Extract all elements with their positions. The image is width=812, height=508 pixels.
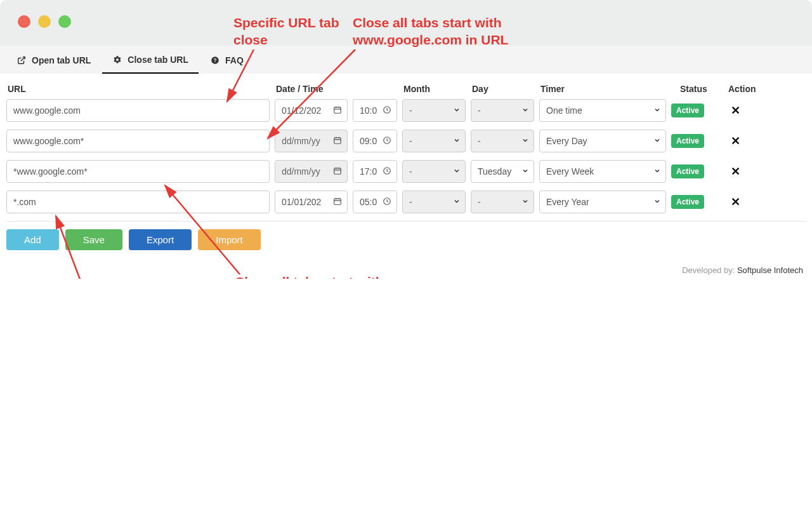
day-select[interactable]: - bbox=[471, 99, 534, 122]
add-button[interactable]: Add bbox=[6, 229, 59, 250]
url-input[interactable]: www.google.com bbox=[6, 99, 270, 122]
url-input[interactable]: *.com bbox=[6, 190, 270, 213]
table-row: www.google.com01/12/20210:0--One timeAct… bbox=[6, 99, 806, 122]
clock-icon bbox=[383, 197, 391, 208]
delete-button[interactable]: ✕ bbox=[727, 134, 765, 148]
svg-rect-13 bbox=[334, 168, 341, 173]
day-select[interactable]: Tuesday bbox=[471, 160, 534, 183]
col-datetime: Date / Time bbox=[276, 84, 398, 94]
calendar-icon bbox=[333, 197, 342, 208]
calendar-icon bbox=[333, 166, 342, 177]
time-input[interactable]: 09:0 bbox=[353, 130, 397, 152]
tab-label: Close tab URL bbox=[128, 55, 188, 65]
time-input[interactable]: 17:0 bbox=[353, 160, 397, 183]
tab-close-url[interactable]: Close tab URL bbox=[102, 46, 199, 74]
divider bbox=[6, 221, 806, 222]
day-select[interactable]: - bbox=[471, 190, 534, 213]
calendar-icon bbox=[333, 136, 342, 147]
month-select[interactable]: - bbox=[402, 99, 466, 122]
clock-icon bbox=[383, 105, 391, 116]
rows-container: www.google.com01/12/20210:0--One timeAct… bbox=[6, 99, 806, 213]
export-button[interactable]: Export bbox=[129, 229, 192, 250]
svg-text:?: ? bbox=[214, 58, 217, 64]
col-action: Action bbox=[728, 84, 766, 94]
delete-button[interactable]: ✕ bbox=[727, 104, 765, 117]
column-headers: URL Date / Time Month Day Timer Status A… bbox=[6, 84, 806, 99]
delete-button[interactable]: ✕ bbox=[727, 164, 765, 178]
timer-select[interactable]: Every Year bbox=[539, 190, 666, 213]
timer-select[interactable]: Every Day bbox=[539, 130, 666, 152]
footer-text: Developed by: bbox=[682, 265, 737, 275]
svg-rect-3 bbox=[334, 107, 341, 112]
tab-label: FAQ bbox=[225, 55, 244, 65]
table-row: www.google.com*dd/mm/yy09:0--Every DayAc… bbox=[6, 130, 806, 152]
month-select[interactable]: - bbox=[402, 160, 466, 183]
traffic-light-close[interactable] bbox=[18, 15, 30, 28]
month-select[interactable]: - bbox=[402, 190, 466, 213]
col-timer: Timer bbox=[540, 84, 667, 94]
calendar-icon bbox=[333, 105, 342, 116]
question-circle-icon: ? bbox=[210, 55, 220, 65]
tab-bar: Open tab URL Close tab URL ? FAQ bbox=[0, 46, 812, 74]
svg-rect-18 bbox=[334, 198, 341, 204]
day-select[interactable]: - bbox=[471, 130, 534, 152]
url-input[interactable]: www.google.com* bbox=[6, 130, 270, 152]
status-badge[interactable]: Active bbox=[671, 164, 704, 178]
svg-line-0 bbox=[21, 57, 25, 61]
clock-icon bbox=[383, 166, 391, 177]
tab-faq[interactable]: ? FAQ bbox=[200, 46, 254, 74]
date-input[interactable]: 01/12/202 bbox=[275, 99, 348, 122]
import-button[interactable]: Import bbox=[198, 229, 261, 250]
col-status: Status bbox=[672, 84, 723, 94]
svg-rect-8 bbox=[334, 137, 341, 143]
time-input[interactable]: 05:0 bbox=[353, 190, 397, 213]
date-input[interactable]: dd/mm/yy bbox=[275, 160, 348, 183]
window-titlebar bbox=[0, 0, 812, 46]
footer: Developed by: Softpulse Infotech bbox=[0, 262, 812, 279]
url-input[interactable]: *www.google.com* bbox=[6, 160, 270, 183]
time-input[interactable]: 10:0 bbox=[353, 99, 397, 122]
timer-select[interactable]: One time bbox=[539, 99, 666, 122]
col-month: Month bbox=[403, 84, 467, 94]
tab-label: Open tab URL bbox=[32, 55, 91, 65]
month-select[interactable]: - bbox=[402, 130, 466, 152]
clock-icon bbox=[383, 136, 391, 147]
gear-icon bbox=[112, 55, 122, 65]
traffic-light-fullscreen[interactable] bbox=[58, 15, 71, 28]
traffic-light-minimize[interactable] bbox=[38, 15, 51, 28]
tab-open-url[interactable]: Open tab URL bbox=[6, 46, 101, 74]
external-link-icon bbox=[16, 55, 27, 65]
timer-select[interactable]: Every Week bbox=[539, 160, 666, 183]
footer-link[interactable]: Softpulse Infotech bbox=[737, 265, 803, 275]
table-row: *www.google.com*dd/mm/yy17:0-TuesdayEver… bbox=[6, 160, 806, 183]
save-button[interactable]: Save bbox=[65, 229, 122, 250]
status-badge[interactable]: Active bbox=[671, 104, 704, 117]
col-url: URL bbox=[8, 84, 271, 94]
col-day: Day bbox=[472, 84, 535, 94]
delete-button[interactable]: ✕ bbox=[727, 195, 765, 209]
status-badge[interactable]: Active bbox=[671, 134, 704, 148]
table-row: *.com01/01/20205:0--Every YearActive✕ bbox=[6, 190, 806, 213]
date-input[interactable]: dd/mm/yy bbox=[275, 130, 348, 152]
button-row: Add Save Export Import bbox=[6, 229, 806, 255]
date-input[interactable]: 01/01/202 bbox=[275, 190, 348, 213]
status-badge[interactable]: Active bbox=[671, 195, 704, 209]
